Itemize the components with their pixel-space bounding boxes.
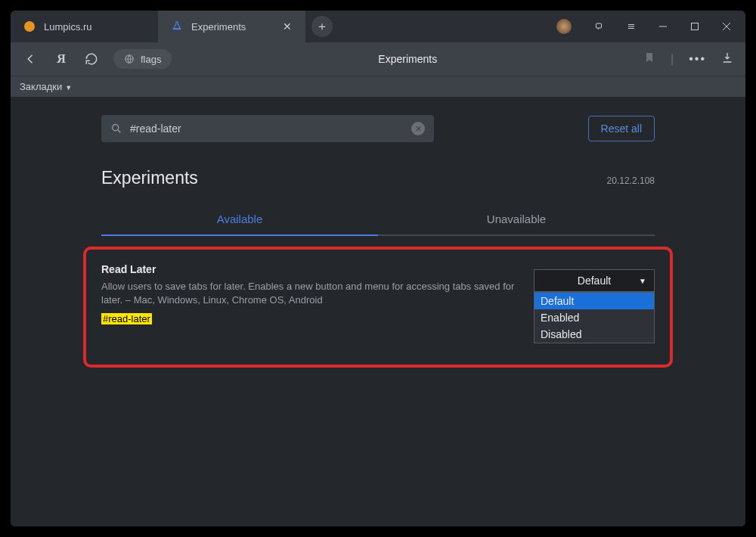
- new-tab-button[interactable]: ＋: [311, 16, 333, 37]
- chevron-down-icon: ▼: [639, 277, 646, 285]
- search-icon: [110, 123, 122, 135]
- tab-available[interactable]: Available: [101, 203, 378, 236]
- option-disabled[interactable]: Disabled: [534, 326, 654, 343]
- tab-label: Lumpics.ru: [44, 21, 92, 33]
- globe-icon: [124, 54, 135, 64]
- more-icon[interactable]: •••: [689, 52, 706, 66]
- bookmark-icon[interactable]: [643, 51, 655, 67]
- tab-lumpics[interactable]: Lumpics.ru: [11, 11, 158, 42]
- svg-rect-0: [596, 23, 602, 28]
- flag-tabs: Available Unavailable: [11, 203, 745, 236]
- flag-description: Allow users to save tabs for later. Enab…: [101, 280, 519, 307]
- svg-rect-5: [692, 23, 699, 30]
- tab-experiments[interactable]: Experiments ✕: [158, 11, 305, 42]
- address-text: flags: [141, 54, 161, 65]
- toolbar-right: | •••: [643, 51, 733, 67]
- flag-select-button[interactable]: Default ▼: [534, 269, 655, 292]
- flag-card: Read Later Allow users to save tabs for …: [86, 250, 670, 365]
- reset-all-button[interactable]: Reset all: [588, 116, 655, 141]
- back-button[interactable]: [23, 51, 39, 67]
- home-button[interactable]: Я: [53, 51, 70, 67]
- page-content: ✕ Reset all Experiments 20.12.2.108 Avai…: [11, 97, 745, 526]
- avatar[interactable]: [556, 19, 572, 34]
- window-controls: [556, 11, 745, 42]
- download-icon[interactable]: [721, 51, 733, 67]
- menu-icon[interactable]: [615, 11, 647, 42]
- minimize-button[interactable]: [647, 11, 679, 42]
- option-default[interactable]: Default: [534, 293, 654, 309]
- chevron-down-icon: ▼: [65, 84, 72, 92]
- tab-strip: Lumpics.ru Experiments ✕ ＋: [11, 11, 745, 42]
- address-bar[interactable]: flags: [113, 49, 172, 69]
- close-icon[interactable]: ✕: [283, 21, 292, 32]
- svg-point-9: [113, 125, 119, 131]
- svg-line-10: [118, 130, 120, 132]
- page-title: Experiments: [185, 53, 630, 65]
- version-label: 20.12.2.108: [607, 175, 655, 186]
- flag-text: Read Later Allow users to save tabs for …: [101, 263, 519, 325]
- bookmarks-bar: Закладки▼: [11, 76, 745, 97]
- tab-label: Experiments: [191, 21, 246, 33]
- experiments-title: Experiments: [101, 168, 198, 188]
- flag-dropdown: Default Enabled Disabled: [534, 292, 655, 343]
- flag-select: Default ▼ Default Enabled Disabled: [534, 269, 655, 292]
- flask-icon: [172, 20, 182, 33]
- flag-hash: #read-later: [101, 313, 152, 324]
- feedback-icon[interactable]: [584, 11, 615, 42]
- search-row: ✕ Reset all: [11, 115, 745, 142]
- tab-unavailable[interactable]: Unavailable: [378, 203, 655, 236]
- separator: |: [671, 52, 674, 66]
- search-input[interactable]: [130, 123, 404, 135]
- browser-window: Lumpics.ru Experiments ✕ ＋: [11, 11, 745, 526]
- reload-button[interactable]: [83, 51, 100, 67]
- flag-card-highlight: Read Later Allow users to save tabs for …: [86, 250, 670, 365]
- experiments-header: Experiments 20.12.2.108: [11, 168, 745, 188]
- window-close-button[interactable]: [711, 11, 742, 42]
- option-enabled[interactable]: Enabled: [534, 309, 654, 326]
- flag-title: Read Later: [101, 263, 519, 275]
- toolbar: Я flags Experiments | •••: [11, 42, 745, 76]
- favicon-lumpics: [24, 21, 35, 32]
- search-box[interactable]: ✕: [101, 115, 434, 142]
- maximize-button[interactable]: [679, 11, 711, 42]
- flag-select-value: Default: [578, 275, 611, 287]
- bookmarks-menu[interactable]: Закладки▼: [20, 81, 72, 92]
- clear-search-button[interactable]: ✕: [411, 122, 425, 135]
